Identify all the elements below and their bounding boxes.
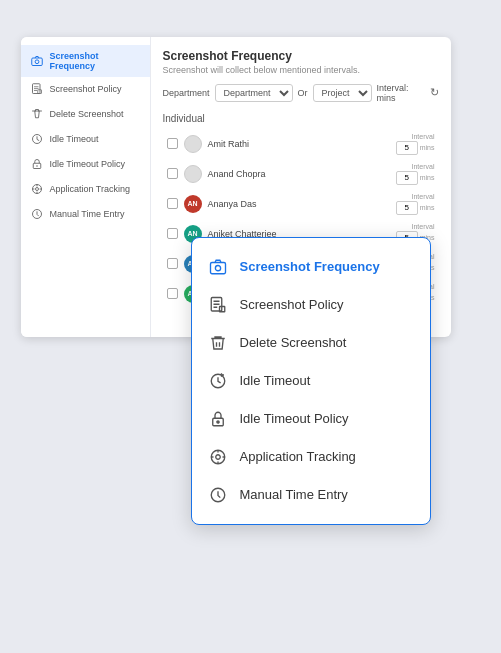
svg-point-6 xyxy=(36,165,38,167)
dropdown-item-label: Screenshot Frequency xyxy=(240,259,380,274)
user-row: Anand ChopraIntervalmins xyxy=(163,160,439,188)
sidebar-item-idle-timeout-policy[interactable]: Idle Timeout Policy xyxy=(21,152,150,177)
dropdown-item-label: Screenshot Policy xyxy=(240,297,344,312)
screenshot-frequency-icon xyxy=(208,257,228,277)
mins-label: mins xyxy=(420,144,435,151)
or-label: Or xyxy=(298,88,308,98)
avatar xyxy=(184,165,202,183)
sidebar: Screenshot Frequency Screenshot Policy xyxy=(21,37,151,337)
user-left: ANAnanya Das xyxy=(167,195,257,213)
dropdown-item-application-tracking[interactable]: Application Tracking xyxy=(192,438,430,476)
sidebar-label: Application Tracking xyxy=(50,184,131,194)
trash-icon xyxy=(31,108,44,121)
sidebar-label: Idle Timeout xyxy=(50,134,99,144)
user-checkbox[interactable] xyxy=(167,228,178,239)
idle-timeout-icon xyxy=(208,371,228,391)
individual-label: Individual xyxy=(163,113,439,124)
svg-rect-0 xyxy=(32,58,43,66)
filters-row: Department Department Or Project Interva… xyxy=(163,83,439,103)
idle-timeout-policy-icon xyxy=(208,409,228,429)
svg-point-11 xyxy=(215,265,220,270)
policy-icon xyxy=(31,83,44,96)
dropdown-item-label: Idle Timeout Policy xyxy=(240,411,349,426)
department-select[interactable]: Department xyxy=(215,84,293,102)
lock-icon xyxy=(31,158,44,171)
manual-time-entry-icon xyxy=(208,485,228,505)
interval-input[interactable] xyxy=(396,141,418,155)
clock-icon xyxy=(31,133,44,146)
dropdown-item-delete-screenshot[interactable]: Delete Screenshot xyxy=(192,324,430,362)
interval-input[interactable] xyxy=(396,171,418,185)
sidebar-label: Idle Timeout Policy xyxy=(50,159,126,169)
tracking-icon xyxy=(31,183,44,196)
svg-point-18 xyxy=(215,454,220,459)
sidebar-item-screenshot-policy[interactable]: Screenshot Policy xyxy=(21,77,150,102)
interval-mini-label: Interval xyxy=(412,163,435,170)
interval-label: Interval: mins xyxy=(377,83,425,103)
user-checkbox[interactable] xyxy=(167,258,178,269)
sidebar-item-delete-screenshot[interactable]: Delete Screenshot xyxy=(21,102,150,127)
sidebar-item-manual-time-entry[interactable]: Manual Time Entry xyxy=(21,202,150,227)
dropdown-item-screenshot-frequency[interactable]: Screenshot Frequency xyxy=(192,248,430,286)
svg-point-1 xyxy=(35,59,39,63)
dropdown-item-label: Idle Timeout xyxy=(240,373,311,388)
sidebar-label: Screenshot Frequency xyxy=(50,51,140,71)
interval-mini-label: Interval xyxy=(412,193,435,200)
user-left: Anand Chopra xyxy=(167,165,266,183)
user-row: Amit RathiIntervalmins xyxy=(163,130,439,158)
sidebar-label: Delete Screenshot xyxy=(50,109,124,119)
user-interval: Intervalmins xyxy=(396,193,435,215)
camera-icon xyxy=(31,54,44,67)
user-checkbox[interactable] xyxy=(167,198,178,209)
dropdown-item-idle-timeout-policy[interactable]: Idle Timeout Policy xyxy=(192,400,430,438)
delete-screenshot-icon xyxy=(208,333,228,353)
interval-mini-label: Interval xyxy=(412,133,435,140)
mins-label: mins xyxy=(420,174,435,181)
user-row: ANAnanya DasIntervalmins xyxy=(163,190,439,218)
user-checkbox[interactable] xyxy=(167,138,178,149)
sidebar-item-idle-timeout[interactable]: Idle Timeout xyxy=(21,127,150,152)
page-title: Screenshot Frequency xyxy=(163,49,439,63)
svg-rect-10 xyxy=(210,262,225,273)
user-checkbox[interactable] xyxy=(167,288,178,299)
project-select[interactable]: Project xyxy=(313,84,372,102)
dropdown-item-label: Delete Screenshot xyxy=(240,335,347,350)
department-filter-label: Department xyxy=(163,88,210,98)
sidebar-item-application-tracking[interactable]: Application Tracking xyxy=(21,177,150,202)
dropdown-item-screenshot-policy[interactable]: Screenshot Policy xyxy=(192,286,430,324)
sidebar-label: Screenshot Policy xyxy=(50,84,122,94)
time-entry-icon xyxy=(31,208,44,221)
dropdown-item-label: Manual Time Entry xyxy=(240,487,348,502)
outer-container: Screenshot Frequency Screenshot Policy xyxy=(21,37,481,617)
dropdown-overlay: Screenshot FrequencyScreenshot PolicyDel… xyxy=(191,237,431,525)
application-tracking-icon xyxy=(208,447,228,467)
svg-point-16 xyxy=(216,420,218,422)
avatar: AN xyxy=(184,195,202,213)
refresh-icon[interactable]: ↻ xyxy=(430,86,439,99)
dropdown-item-manual-time-entry[interactable]: Manual Time Entry xyxy=(192,476,430,514)
interval-mini-label: Interval xyxy=(412,223,435,230)
svg-point-8 xyxy=(36,188,39,191)
user-name: Anand Chopra xyxy=(208,169,266,179)
interval-input[interactable] xyxy=(396,201,418,215)
avatar xyxy=(184,135,202,153)
user-name: Ananya Das xyxy=(208,199,257,209)
dropdown-item-idle-timeout[interactable]: Idle Timeout xyxy=(192,362,430,400)
interval-input-row: mins xyxy=(396,201,435,215)
user-interval: Intervalmins xyxy=(396,133,435,155)
sidebar-item-screenshot-frequency[interactable]: Screenshot Frequency xyxy=(21,45,150,77)
mins-label: mins xyxy=(420,204,435,211)
user-left: Amit Rathi xyxy=(167,135,250,153)
user-interval: Intervalmins xyxy=(396,163,435,185)
interval-input-row: mins xyxy=(396,171,435,185)
user-name: Amit Rathi xyxy=(208,139,250,149)
user-checkbox[interactable] xyxy=(167,168,178,179)
sidebar-label: Manual Time Entry xyxy=(50,209,125,219)
screenshot-policy-icon xyxy=(208,295,228,315)
dropdown-item-label: Application Tracking xyxy=(240,449,356,464)
interval-input-row: mins xyxy=(396,141,435,155)
page-subtitle: Screenshot will collect below mentioned … xyxy=(163,65,439,75)
